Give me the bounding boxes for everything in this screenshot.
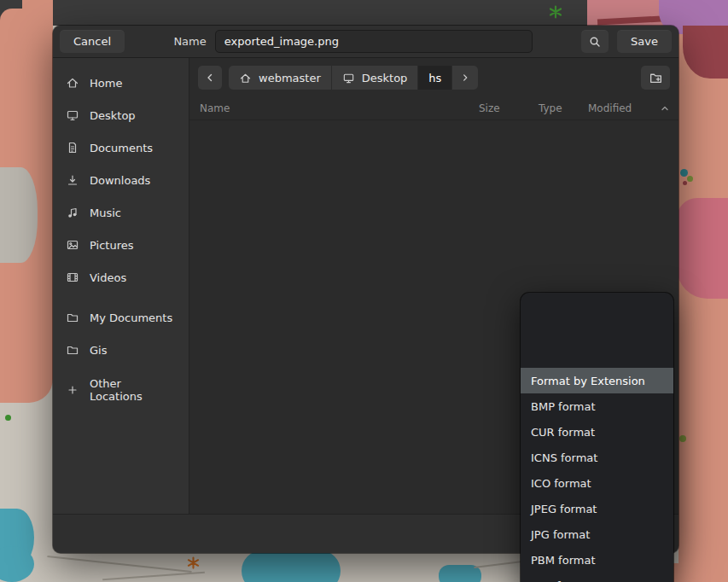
picture-icon bbox=[66, 238, 79, 252]
crumb-expander[interactable] bbox=[452, 66, 478, 90]
search-icon bbox=[588, 35, 602, 49]
path-bar: webmaster Desktop hs bbox=[189, 58, 678, 97]
list-column-headers: Name Size Type Modified bbox=[189, 97, 678, 120]
map-region bbox=[678, 17, 728, 582]
filetype-option-jpg[interactable]: JPG format bbox=[521, 521, 673, 547]
home-icon bbox=[66, 76, 79, 90]
sidebar-item-label: Music bbox=[90, 207, 121, 219]
music-icon bbox=[66, 206, 79, 219]
home-icon bbox=[239, 72, 252, 84]
filetype-popup: Format by Extension BMP format CUR forma… bbox=[521, 293, 673, 582]
sidebar-separator bbox=[53, 294, 189, 301]
cancel-button[interactable]: Cancel bbox=[60, 30, 125, 53]
sidebar-item-pictures[interactable]: Pictures bbox=[53, 229, 189, 261]
new-folder-button[interactable] bbox=[641, 66, 670, 90]
sidebar-item-label: Desktop bbox=[90, 109, 136, 122]
map-region bbox=[0, 167, 38, 263]
folder-icon bbox=[66, 343, 79, 357]
column-header-modified[interactable]: Modified bbox=[588, 102, 673, 114]
sidebar-item-desktop[interactable]: Desktop bbox=[53, 99, 189, 131]
sidebar-item-label: Home bbox=[90, 77, 122, 90]
map-region bbox=[677, 198, 728, 299]
map-region bbox=[679, 435, 686, 442]
sidebar-item-gis[interactable]: Gis bbox=[53, 334, 189, 366]
video-icon bbox=[66, 271, 79, 284]
map-contour-line bbox=[102, 572, 205, 580]
map-region bbox=[242, 550, 341, 582]
sidebar-item-label: Downloads bbox=[90, 174, 150, 187]
save-button[interactable]: Save bbox=[617, 30, 672, 53]
crumb-desktop[interactable]: Desktop bbox=[332, 66, 418, 90]
document-icon bbox=[66, 141, 79, 154]
desktop-icon bbox=[342, 72, 355, 84]
sidebar-item-label: Pictures bbox=[90, 239, 133, 252]
map-region bbox=[683, 181, 687, 185]
crumb-webmaster[interactable]: webmaster bbox=[229, 66, 331, 90]
back-button[interactable] bbox=[198, 66, 222, 90]
column-header-name[interactable]: Name bbox=[200, 102, 479, 114]
chevron-left-icon bbox=[203, 71, 217, 84]
map-contour-line bbox=[47, 556, 191, 573]
crumb-label: Desktop bbox=[362, 72, 408, 84]
search-button[interactable] bbox=[581, 30, 609, 53]
name-label: Name bbox=[173, 35, 206, 48]
dialog-headerbar: Cancel Name Save bbox=[53, 26, 678, 58]
folder-icon bbox=[66, 311, 79, 324]
crumb-hs[interactable]: hs bbox=[418, 66, 451, 90]
filetype-option-ico[interactable]: ICO format bbox=[521, 470, 673, 496]
sidebar-item-home[interactable]: Home bbox=[53, 67, 189, 99]
filetype-option-bmp[interactable]: BMP format bbox=[521, 393, 673, 419]
map-region bbox=[687, 176, 693, 182]
desktop-icon bbox=[66, 108, 79, 122]
filetype-option-cur[interactable]: CUR format bbox=[521, 419, 673, 445]
sidebar-item-label: Gis bbox=[90, 344, 107, 357]
map-region bbox=[5, 415, 11, 421]
sort-ascending-icon bbox=[660, 103, 670, 113]
breadcrumb: webmaster Desktop hs bbox=[229, 66, 478, 90]
filetype-option-icns[interactable]: ICNS format bbox=[521, 445, 673, 470]
column-header-type[interactable]: Type bbox=[539, 102, 588, 114]
sidebar-item-label: My Documents bbox=[90, 311, 172, 324]
map-region bbox=[680, 169, 688, 177]
crumb-label: hs bbox=[428, 72, 441, 84]
sidebar-item-videos[interactable]: Videos bbox=[53, 261, 189, 294]
map-orange-flower-icon bbox=[187, 556, 200, 569]
sidebar-item-label: Other Locations bbox=[90, 377, 176, 403]
column-header-label: Modified bbox=[588, 102, 632, 114]
sidebar-item-label: Documents bbox=[90, 142, 153, 154]
plus-icon bbox=[66, 383, 79, 397]
sidebar-item-documents[interactable]: Documents bbox=[53, 131, 189, 164]
chevron-right-icon bbox=[459, 72, 471, 84]
sidebar-item-music[interactable]: Music bbox=[53, 196, 189, 229]
sidebar-item-my-documents[interactable]: My Documents bbox=[53, 301, 189, 334]
filetype-option-jpeg[interactable]: JPEG format bbox=[521, 496, 673, 521]
sidebar-item-downloads[interactable]: Downloads bbox=[53, 164, 189, 196]
new-folder-icon bbox=[649, 71, 663, 85]
filetype-popup-blank-area bbox=[521, 293, 673, 368]
crumb-label: webmaster bbox=[259, 72, 321, 84]
filetype-option-pbm[interactable]: PBM format bbox=[521, 547, 673, 573]
filetype-option-format-by-extension[interactable]: Format by Extension bbox=[521, 368, 673, 393]
download-icon bbox=[66, 173, 79, 187]
sidebar-item-other-locations[interactable]: Other Locations bbox=[53, 374, 189, 406]
map-region bbox=[0, 0, 678, 26]
sidebar-item-label: Videos bbox=[90, 271, 126, 284]
places-sidebar: Home Desktop Documents Downloads bbox=[53, 58, 189, 514]
filetype-option-pcx[interactable]: PCX format bbox=[521, 573, 673, 582]
sidebar-separator bbox=[53, 366, 189, 374]
map-green-asterisk-icon bbox=[549, 5, 562, 19]
filename-input[interactable] bbox=[215, 30, 533, 53]
column-header-size[interactable]: Size bbox=[479, 102, 539, 114]
